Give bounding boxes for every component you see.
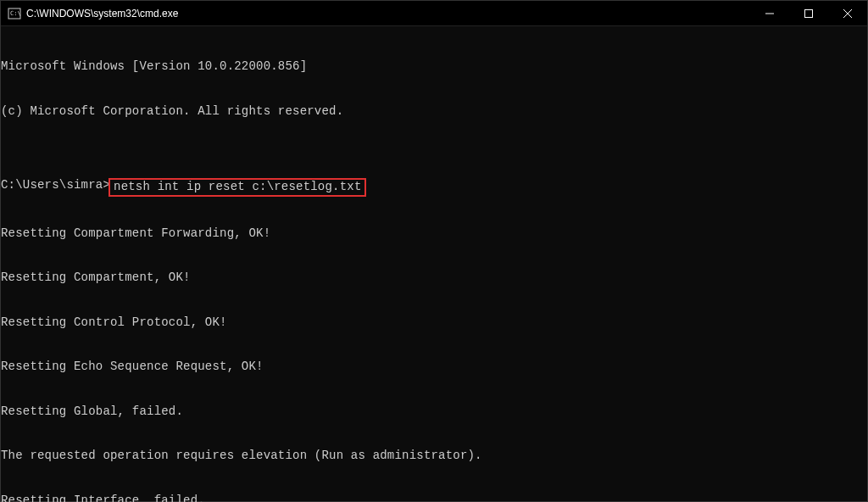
output-line: Resetting Compartment Forwarding, OK!	[1, 226, 867, 242]
output-line: Resetting Interface, failed.	[1, 494, 867, 503]
cmd-window: C:\ C:\WINDOWS\system32\cmd.exe Microsof…	[0, 0, 868, 502]
output-line: Resetting Echo Sequence Request, OK!	[1, 360, 867, 375]
window-controls	[750, 1, 867, 26]
output-line: Resetting Control Protocol, OK!	[1, 315, 867, 331]
terminal-output[interactable]: Microsoft Windows [Version 10.0.22000.85…	[1, 26, 867, 502]
svg-text:C:\: C:\	[10, 10, 21, 17]
header-line: Microsoft Windows [Version 10.0.22000.85…	[1, 59, 867, 75]
output-line: Resetting Compartment, OK!	[1, 271, 867, 286]
svg-rect-3	[805, 9, 813, 17]
copyright-line: (c) Microsoft Corporation. All rights re…	[1, 104, 867, 120]
window-title: C:\WINDOWS\system32\cmd.exe	[26, 8, 178, 20]
close-button[interactable]	[828, 1, 867, 26]
prompt-line: C:\Users\simra>netsh int ip reset c:\res…	[1, 178, 867, 197]
prompt-text: C:\Users\simra>	[1, 178, 110, 197]
title-left: C:\ C:\WINDOWS\system32\cmd.exe	[8, 7, 178, 20]
maximize-button[interactable]	[789, 1, 828, 26]
title-bar: C:\ C:\WINDOWS\system32\cmd.exe	[1, 1, 867, 26]
output-line: The requested operation requires elevati…	[1, 449, 867, 464]
minimize-button[interactable]	[750, 1, 789, 26]
command-highlight: netsh int ip reset c:\resetlog.txt	[108, 178, 366, 197]
output-line: Resetting Global, failed.	[1, 404, 867, 420]
cmd-icon: C:\	[8, 7, 21, 20]
